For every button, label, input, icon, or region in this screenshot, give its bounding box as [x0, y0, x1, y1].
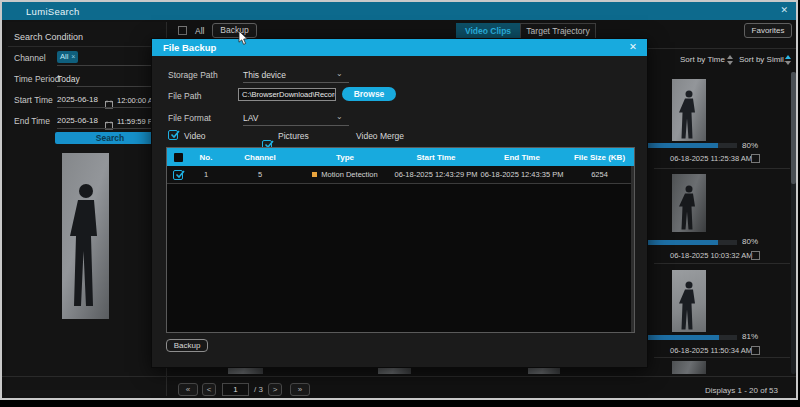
- field-underline: [243, 125, 349, 126]
- cell-end-time: 06-18-2025 12:43:35 PM: [479, 170, 565, 179]
- channel-chip[interactable]: All ×: [57, 51, 78, 63]
- channel-chip-label: All: [60, 51, 68, 63]
- pagination-prev-button[interactable]: <: [202, 383, 216, 396]
- similarity-percent: 81%: [742, 332, 758, 341]
- file-format-select[interactable]: LAV: [243, 113, 258, 123]
- app-title: LumiSearch: [26, 6, 80, 17]
- pagination-last-button[interactable]: »: [290, 383, 310, 396]
- person-silhouette-icon: [679, 280, 699, 332]
- row-checkbox[interactable]: [173, 170, 183, 180]
- person-silhouette-icon: [69, 179, 103, 319]
- person-silhouette-icon: [679, 184, 699, 232]
- end-time-label: End Time: [14, 116, 50, 126]
- panel-title: Search Condition: [14, 32, 83, 42]
- result-timestamp: 06-18-2025 11:25:38 AM: [670, 154, 752, 163]
- page-input[interactable]: 1: [222, 383, 249, 396]
- start-date-value[interactable]: 2025-06-18: [57, 95, 98, 104]
- motion-type-icon: [312, 172, 317, 177]
- backup-toolbar-button[interactable]: Backup: [212, 23, 257, 38]
- search-condition-panel: Search Condition Channel All × Time Peri…: [6, 22, 167, 396]
- cell-file-size: 6254: [565, 170, 634, 179]
- result-timestamp: 06-18-2025 10:03:32 AM: [670, 251, 753, 260]
- backup-confirm-button[interactable]: Backup: [166, 339, 208, 352]
- pagination-next-button[interactable]: >: [268, 383, 282, 396]
- result-thumbnail[interactable]: [672, 79, 706, 141]
- result-timestamp: 06-18-2025 11:50:34 AM: [670, 346, 752, 355]
- field-underline: [243, 82, 349, 83]
- modal-close-icon[interactable]: ✕: [629, 41, 637, 52]
- calendar-icon[interactable]: [105, 95, 113, 113]
- cell-channel: 5: [223, 170, 297, 179]
- title-bar: LumiSearch ✕: [2, 2, 796, 20]
- column-header: Channel: [223, 153, 297, 162]
- field-underline: [57, 65, 151, 66]
- pictures-option-label: Pictures: [278, 131, 309, 141]
- sort-similarity-carets-icon[interactable]: [785, 55, 791, 65]
- similarity-bar-track: [644, 143, 737, 148]
- scrollbar-thumb[interactable]: [791, 72, 796, 184]
- sort-by-time[interactable]: Sort by Time: [680, 55, 725, 64]
- result-thumbnail[interactable]: [672, 361, 706, 374]
- field-underline: [57, 128, 151, 129]
- browse-button[interactable]: Browse: [342, 87, 396, 101]
- window-close-icon[interactable]: ✕: [780, 5, 788, 15]
- column-header: Type: [297, 153, 393, 162]
- result-checkbox[interactable]: [751, 251, 760, 260]
- storage-path-label: Storage Path: [168, 70, 218, 80]
- similarity-bar-fill: [644, 143, 718, 148]
- divider: [647, 48, 797, 49]
- results-scrollbar[interactable]: [791, 72, 796, 374]
- column-header: End Time: [479, 153, 565, 162]
- page-total: / 3: [254, 385, 263, 394]
- start-time-label: Start Time: [14, 95, 53, 105]
- field-underline: [57, 107, 151, 108]
- sort-by-similarity[interactable]: Sort by Simil...: [739, 55, 791, 64]
- cell-no: 1: [189, 170, 223, 179]
- end-date-value[interactable]: 2025-06-18: [57, 116, 98, 125]
- column-header: No.: [189, 153, 223, 162]
- result-thumbnail[interactable]: [672, 174, 706, 232]
- result-checkbox[interactable]: [751, 346, 760, 355]
- mouse-cursor-icon: [238, 30, 249, 50]
- result-thumbnail[interactable]: [672, 270, 706, 332]
- similarity-bar-fill: [644, 335, 719, 340]
- similarity-percent: 80%: [742, 237, 758, 246]
- similarity-percent: 80%: [742, 141, 758, 150]
- channel-label: Channel: [14, 53, 46, 63]
- file-format-label: File Format: [168, 113, 211, 123]
- results-count: Displays 1 - 20 of 53: [658, 386, 778, 395]
- divider: [654, 263, 790, 264]
- person-silhouette-icon: [679, 89, 699, 141]
- chevron-down-icon[interactable]: ⌄: [336, 69, 343, 78]
- video-option-label: Video: [184, 131, 206, 141]
- file-path-label: File Path: [168, 91, 202, 101]
- favorites-button[interactable]: Favorites: [744, 23, 792, 38]
- cell-type: Motion Detection: [297, 170, 393, 179]
- file-backup-modal: File Backup ✕ Storage Path This device ⌄…: [151, 38, 648, 368]
- video-checkbox[interactable]: [168, 130, 178, 140]
- file-path-input[interactable]: C:\BrowserDownload\Record: [238, 88, 336, 101]
- divider: [2, 376, 798, 377]
- search-button[interactable]: Search: [55, 132, 165, 144]
- tab-video-clips[interactable]: Video Clips: [456, 23, 520, 39]
- table-row[interactable]: 1 5 Motion Detection 06-18-2025 12:43:29…: [167, 166, 634, 184]
- time-period-value[interactable]: Today: [57, 74, 80, 84]
- divider: [654, 357, 790, 358]
- cell-start-time: 06-18-2025 12:43:29 PM: [393, 170, 479, 179]
- select-all-checkbox[interactable]: [178, 26, 187, 35]
- video-merge-option-label: Video Merge: [356, 131, 404, 141]
- sort-time-carets-icon[interactable]: [727, 55, 733, 65]
- result-checkbox[interactable]: [751, 154, 760, 163]
- tab-target-trajectory[interactable]: Target Trajectory: [520, 23, 596, 39]
- table-header-checkbox[interactable]: [174, 153, 183, 162]
- storage-path-select[interactable]: This device: [243, 70, 286, 80]
- chip-remove-icon[interactable]: ×: [71, 51, 75, 63]
- check-icon: [169, 129, 181, 140]
- chevron-down-icon[interactable]: ⌄: [336, 112, 343, 121]
- modal-header: File Backup ✕: [152, 39, 647, 56]
- similarity-bar-fill: [644, 240, 718, 245]
- check-icon: [174, 169, 186, 180]
- table-scrollbar[interactable]: [631, 166, 634, 332]
- field-underline: [57, 86, 151, 87]
- pagination-first-button[interactable]: «: [178, 383, 198, 396]
